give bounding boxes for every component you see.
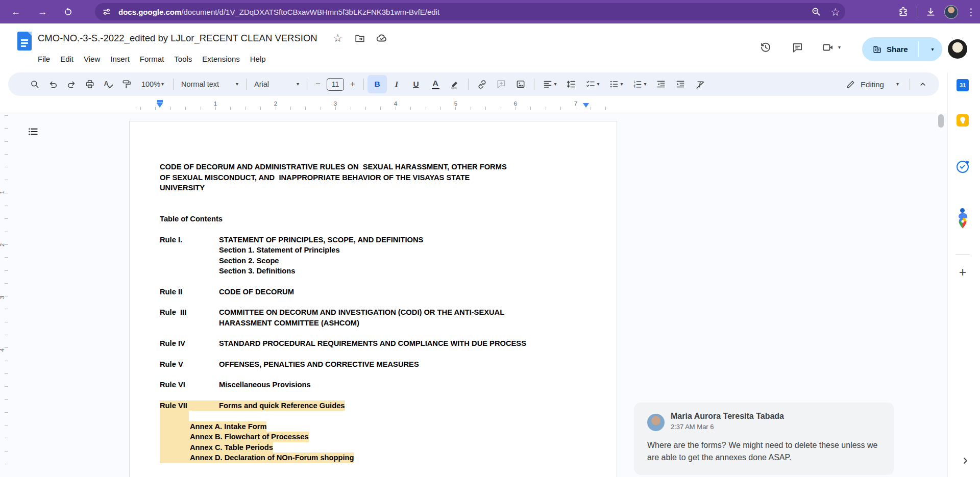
spellcheck-button[interactable]: A <box>99 75 117 93</box>
toolbar-separator <box>534 79 534 90</box>
menu-insert[interactable]: Insert <box>105 53 135 65</box>
print-button[interactable] <box>81 75 99 93</box>
highlighter-icon <box>450 79 460 89</box>
zoom-caret-icon: ▾ <box>161 82 164 87</box>
call-dropdown-icon[interactable]: ▾ <box>838 45 841 50</box>
undo-button[interactable] <box>44 75 62 93</box>
document-scrollbar[interactable] <box>938 114 944 128</box>
italic-button[interactable]: I <box>387 75 406 93</box>
increase-font-size-button[interactable]: + <box>346 75 360 93</box>
underline-button[interactable]: U <box>406 75 426 93</box>
show-side-panel-button[interactable] <box>959 454 972 467</box>
tasks-icon[interactable] <box>957 161 969 173</box>
right-indent-marker[interactable] <box>583 103 589 108</box>
font-caret-icon: ▾ <box>297 82 299 87</box>
menu-help[interactable]: Help <box>245 53 271 65</box>
insert-image-button[interactable] <box>511 75 530 93</box>
join-call-button[interactable]: ▾ <box>818 36 841 59</box>
back-button[interactable]: ← <box>7 3 24 20</box>
bold-button[interactable]: B <box>368 75 387 93</box>
paragraph-style-select[interactable]: Normal text▾ <box>177 75 242 93</box>
toolbar-separator <box>363 79 364 90</box>
menu-view[interactable]: View <box>79 53 105 65</box>
add-addon-button[interactable]: + <box>957 266 969 278</box>
calendar-icon[interactable]: 31 <box>957 79 969 91</box>
browser-menu-icon[interactable]: ⋮ <box>966 7 976 17</box>
toc-rule-row: Rule II CODE OF DECORUM <box>160 287 585 297</box>
share-button[interactable]: Share ▾ <box>862 37 942 61</box>
forward-button[interactable]: → <box>34 3 51 20</box>
extensions-icon[interactable] <box>898 7 909 17</box>
menu-format[interactable]: Format <box>135 53 169 65</box>
reload-button[interactable] <box>59 3 77 20</box>
decrease-indent-button[interactable] <box>651 75 671 93</box>
text-color-button[interactable]: A <box>426 75 445 93</box>
document-title[interactable]: CMO-NO.-3-S.-2022_edited by LJLor_RECENT… <box>38 33 317 44</box>
insert-link-button[interactable] <box>472 75 492 93</box>
docs-header: CMO-NO.-3-S.-2022_edited by LJLor_RECENT… <box>0 23 980 72</box>
checklist-button[interactable]: ▾ <box>581 75 604 93</box>
clear-formatting-button[interactable] <box>690 75 709 93</box>
downloads-icon[interactable] <box>925 7 936 17</box>
site-info-button[interactable] <box>99 4 114 19</box>
line-spacing-icon <box>566 79 576 89</box>
share-label: Share <box>887 45 908 54</box>
vruler-mark: 3 <box>0 296 5 299</box>
maps-icon[interactable] <box>957 217 969 229</box>
highlight-color-button[interactable] <box>445 75 464 93</box>
comment-author-avatar <box>647 414 665 431</box>
cloud-saved-icon[interactable] <box>375 32 388 45</box>
font-select[interactable]: Arial▾ <box>250 75 303 93</box>
toolbar-separator <box>468 79 469 90</box>
outdent-icon <box>656 79 666 89</box>
comment-card[interactable]: Maria Aurora Teresita Tabada 2:37 AM Mar… <box>634 403 894 475</box>
docs-logo[interactable] <box>17 32 32 51</box>
numbered-list-button[interactable]: 123▾ <box>628 75 651 93</box>
search-menus-button[interactable] <box>26 75 44 93</box>
highlighted-blank-line <box>160 411 189 421</box>
site-settings-icon <box>102 7 111 16</box>
open-comments-button[interactable] <box>786 36 808 59</box>
url-bar[interactable]: docs.google.com/document/d/1V_ZDqDXATSft… <box>95 3 845 20</box>
zoom-select[interactable]: 100%▾ <box>136 75 169 93</box>
bulleted-list-button[interactable]: ▾ <box>604 75 628 93</box>
toc-rule-sections: Section 1. Statement of Principles Secti… <box>219 245 585 277</box>
menu-extensions[interactable]: Extensions <box>197 53 244 65</box>
version-history-button[interactable] <box>754 36 777 59</box>
hide-menus-button[interactable] <box>914 75 932 93</box>
bulleted-list-icon <box>609 79 619 89</box>
url-domain: docs.google.com <box>118 8 181 16</box>
font-size-input[interactable]: 11 <box>327 78 344 91</box>
star-document-icon[interactable]: ☆ <box>331 32 345 45</box>
svg-text:3: 3 <box>634 86 635 89</box>
decrease-font-size-button[interactable]: − <box>311 75 325 93</box>
menu-edit[interactable]: Edit <box>55 53 79 65</box>
account-avatar[interactable] <box>948 39 967 59</box>
keep-icon[interactable] <box>957 114 969 127</box>
move-to-folder-icon[interactable] <box>353 32 366 45</box>
add-comment-button[interactable] <box>492 75 511 93</box>
toolbar-separator <box>246 79 247 90</box>
paint-format-button[interactable] <box>117 75 136 93</box>
share-dropdown-icon[interactable]: ▾ <box>924 37 941 61</box>
line-spacing-button[interactable] <box>561 75 581 93</box>
document-page[interactable]: CODE OF DECORUM AND ADMINISTRATIVE RULES… <box>129 121 617 477</box>
left-indent-marker[interactable] <box>157 103 163 108</box>
bookmark-star-icon[interactable]: ☆ <box>830 7 840 17</box>
menu-tools[interactable]: Tools <box>169 53 197 65</box>
ruler-mark: 5 <box>454 101 457 107</box>
show-outline-button[interactable] <box>26 124 40 139</box>
browser-profile-avatar[interactable] <box>944 5 958 19</box>
redo-button[interactable] <box>62 75 81 93</box>
zoom-out-icon[interactable] <box>811 7 821 17</box>
first-line-indent-marker[interactable] <box>157 100 163 103</box>
back-icon: ← <box>11 7 20 16</box>
toc-rule-row: Rule I. STATEMENT OF PRINCIPLES, SCOPE, … <box>160 235 585 245</box>
annex-item: Annex C. Table Periods <box>160 442 585 453</box>
menu-file[interactable]: File <box>33 53 55 65</box>
increase-indent-button[interactable] <box>671 75 690 93</box>
editing-mode-select[interactable]: Editing ▾ <box>839 75 906 93</box>
align-button[interactable]: ▾ <box>538 75 561 93</box>
align-caret-icon: ▾ <box>554 82 556 87</box>
reload-icon <box>63 7 73 17</box>
